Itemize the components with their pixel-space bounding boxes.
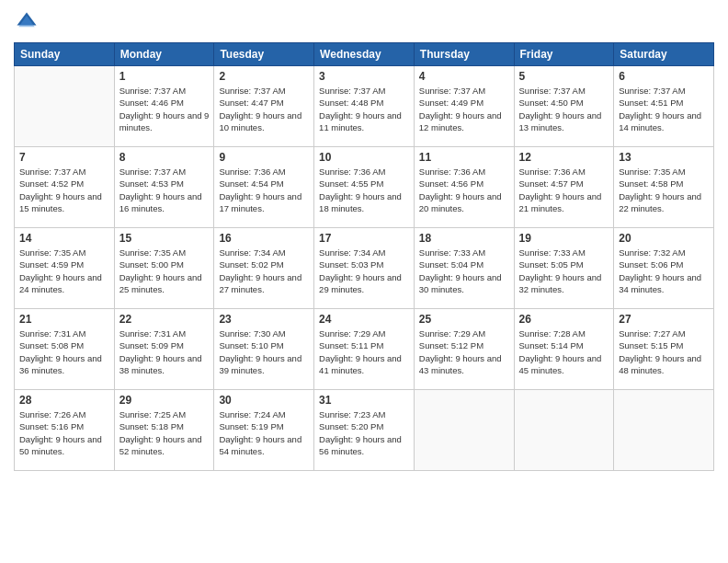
day-info: Sunrise: 7:30 AMSunset: 5:10 PMDaylight:… (219, 327, 309, 376)
day-info: Sunrise: 7:37 AMSunset: 4:53 PMDaylight:… (119, 166, 210, 214)
calendar-day-header: Saturday (614, 43, 714, 66)
day-info: Sunrise: 7:32 AMSunset: 5:06 PMDaylight:… (619, 247, 709, 295)
calendar-day-cell: 24 Sunrise: 7:29 AMSunset: 5:11 PMDaylig… (314, 309, 415, 390)
day-info: Sunrise: 7:25 AMSunset: 5:18 PMDaylight:… (119, 408, 210, 457)
calendar-day-cell: 5 Sunrise: 7:37 AMSunset: 4:50 PMDayligh… (514, 66, 614, 147)
day-info: Sunrise: 7:37 AMSunset: 4:49 PMDaylight:… (419, 85, 509, 133)
day-number: 12 (519, 151, 609, 164)
day-info: Sunrise: 7:35 AMSunset: 5:00 PMDaylight:… (119, 247, 210, 295)
day-info: Sunrise: 7:37 AMSunset: 4:50 PMDaylight:… (519, 85, 609, 133)
calendar-day-cell: 22 Sunrise: 7:31 AMSunset: 5:09 PMDaylig… (114, 309, 214, 390)
day-number: 11 (419, 151, 509, 164)
calendar-day-cell (15, 66, 115, 147)
calendar-table: SundayMondayTuesdayWednesdayThursdayFrid… (14, 42, 714, 471)
day-number: 5 (519, 70, 609, 83)
day-number: 18 (419, 232, 509, 245)
day-number: 30 (219, 394, 309, 407)
calendar-day-cell: 10 Sunrise: 7:36 AMSunset: 4:55 PMDaylig… (314, 147, 415, 228)
calendar-day-cell: 20 Sunrise: 7:32 AMSunset: 5:06 PMDaylig… (614, 228, 714, 309)
calendar-day-cell: 15 Sunrise: 7:35 AMSunset: 5:00 PMDaylig… (114, 228, 214, 309)
calendar-day-cell: 11 Sunrise: 7:36 AMSunset: 4:56 PMDaylig… (414, 147, 514, 228)
day-info: Sunrise: 7:24 AMSunset: 5:19 PMDaylight:… (219, 408, 309, 457)
calendar-day-header: Friday (514, 43, 614, 66)
calendar-day-cell: 26 Sunrise: 7:28 AMSunset: 5:14 PMDaylig… (514, 309, 614, 390)
calendar-day-cell: 14 Sunrise: 7:35 AMSunset: 4:59 PMDaylig… (15, 228, 115, 309)
calendar-week-row: 21 Sunrise: 7:31 AMSunset: 5:08 PMDaylig… (15, 309, 714, 390)
day-info: Sunrise: 7:31 AMSunset: 5:08 PMDaylight:… (19, 327, 109, 376)
day-info: Sunrise: 7:37 AMSunset: 4:51 PMDaylight:… (619, 85, 709, 133)
calendar-day-cell: 16 Sunrise: 7:34 AMSunset: 5:02 PMDaylig… (214, 228, 314, 309)
calendar-day-cell: 7 Sunrise: 7:37 AMSunset: 4:52 PMDayligh… (15, 147, 115, 228)
calendar-day-cell (614, 390, 714, 471)
day-number: 26 (519, 313, 609, 326)
day-info: Sunrise: 7:34 AMSunset: 5:02 PMDaylight:… (219, 247, 309, 295)
day-info: Sunrise: 7:37 AMSunset: 4:48 PMDaylight:… (319, 85, 409, 133)
calendar-day-cell: 31 Sunrise: 7:23 AMSunset: 5:20 PMDaylig… (314, 390, 415, 471)
page-container: SundayMondayTuesdayWednesdayThursdayFrid… (0, 0, 728, 563)
calendar-day-cell: 1 Sunrise: 7:37 AMSunset: 4:46 PMDayligh… (114, 66, 214, 147)
calendar-week-row: 14 Sunrise: 7:35 AMSunset: 4:59 PMDaylig… (15, 228, 714, 309)
day-info: Sunrise: 7:36 AMSunset: 4:55 PMDaylight:… (319, 166, 409, 214)
calendar-day-header: Tuesday (214, 43, 314, 66)
calendar-day-cell: 17 Sunrise: 7:34 AMSunset: 5:03 PMDaylig… (314, 228, 415, 309)
day-number: 21 (19, 313, 109, 326)
calendar-day-cell: 30 Sunrise: 7:24 AMSunset: 5:19 PMDaylig… (214, 390, 314, 471)
calendar-day-cell: 23 Sunrise: 7:30 AMSunset: 5:10 PMDaylig… (214, 309, 314, 390)
day-info: Sunrise: 7:29 AMSunset: 5:11 PMDaylight:… (319, 327, 409, 376)
day-number: 31 (319, 394, 409, 407)
calendar-day-cell: 6 Sunrise: 7:37 AMSunset: 4:51 PMDayligh… (614, 66, 714, 147)
calendar-header-row: SundayMondayTuesdayWednesdayThursdayFrid… (15, 43, 714, 66)
calendar-week-row: 1 Sunrise: 7:37 AMSunset: 4:46 PMDayligh… (15, 66, 714, 147)
calendar-day-cell: 28 Sunrise: 7:26 AMSunset: 5:16 PMDaylig… (15, 390, 115, 471)
day-number: 28 (19, 394, 109, 407)
calendar-week-row: 7 Sunrise: 7:37 AMSunset: 4:52 PMDayligh… (15, 147, 714, 228)
calendar-day-cell: 2 Sunrise: 7:37 AMSunset: 4:47 PMDayligh… (214, 66, 314, 147)
day-number: 9 (219, 151, 309, 164)
calendar-day-cell: 19 Sunrise: 7:33 AMSunset: 5:05 PMDaylig… (514, 228, 614, 309)
day-number: 14 (19, 232, 109, 245)
calendar-week-row: 28 Sunrise: 7:26 AMSunset: 5:16 PMDaylig… (15, 390, 714, 471)
calendar-day-header: Thursday (414, 43, 514, 66)
day-info: Sunrise: 7:36 AMSunset: 4:54 PMDaylight:… (219, 166, 309, 214)
day-info: Sunrise: 7:28 AMSunset: 5:14 PMDaylight:… (519, 327, 609, 376)
calendar-day-cell: 29 Sunrise: 7:25 AMSunset: 5:18 PMDaylig… (114, 390, 214, 471)
day-number: 17 (319, 232, 409, 245)
logo-icon (14, 9, 40, 35)
day-number: 15 (119, 232, 210, 245)
calendar-day-cell: 3 Sunrise: 7:37 AMSunset: 4:48 PMDayligh… (314, 66, 415, 147)
logo (14, 9, 43, 35)
calendar-day-cell: 8 Sunrise: 7:37 AMSunset: 4:53 PMDayligh… (114, 147, 214, 228)
day-number: 27 (619, 313, 709, 326)
day-number: 8 (119, 151, 210, 164)
day-info: Sunrise: 7:34 AMSunset: 5:03 PMDaylight:… (319, 247, 409, 295)
day-info: Sunrise: 7:36 AMSunset: 4:57 PMDaylight:… (519, 166, 609, 214)
calendar-day-cell (414, 390, 514, 471)
day-number: 10 (319, 151, 409, 164)
calendar-day-cell: 27 Sunrise: 7:27 AMSunset: 5:15 PMDaylig… (614, 309, 714, 390)
day-number: 25 (419, 313, 509, 326)
calendar-day-cell: 9 Sunrise: 7:36 AMSunset: 4:54 PMDayligh… (214, 147, 314, 228)
calendar-day-cell: 4 Sunrise: 7:37 AMSunset: 4:49 PMDayligh… (414, 66, 514, 147)
day-number: 20 (619, 232, 709, 245)
calendar-day-cell: 18 Sunrise: 7:33 AMSunset: 5:04 PMDaylig… (414, 228, 514, 309)
calendar-day-cell: 21 Sunrise: 7:31 AMSunset: 5:08 PMDaylig… (15, 309, 115, 390)
day-number: 24 (319, 313, 409, 326)
day-info: Sunrise: 7:31 AMSunset: 5:09 PMDaylight:… (119, 327, 210, 376)
day-number: 2 (219, 70, 309, 83)
calendar-day-cell: 12 Sunrise: 7:36 AMSunset: 4:57 PMDaylig… (514, 147, 614, 228)
day-info: Sunrise: 7:37 AMSunset: 4:47 PMDaylight:… (219, 85, 309, 133)
day-info: Sunrise: 7:33 AMSunset: 5:05 PMDaylight:… (519, 247, 609, 295)
day-number: 1 (119, 70, 210, 83)
day-info: Sunrise: 7:36 AMSunset: 4:56 PMDaylight:… (419, 166, 509, 214)
day-info: Sunrise: 7:27 AMSunset: 5:15 PMDaylight:… (619, 327, 709, 376)
day-info: Sunrise: 7:35 AMSunset: 4:59 PMDaylight:… (19, 247, 109, 295)
calendar-day-cell (514, 390, 614, 471)
day-info: Sunrise: 7:29 AMSunset: 5:12 PMDaylight:… (419, 327, 509, 376)
day-number: 16 (219, 232, 309, 245)
day-info: Sunrise: 7:23 AMSunset: 5:20 PMDaylight:… (319, 408, 409, 457)
day-info: Sunrise: 7:33 AMSunset: 5:04 PMDaylight:… (419, 247, 509, 295)
day-info: Sunrise: 7:37 AMSunset: 4:52 PMDaylight:… (19, 166, 109, 214)
day-number: 22 (119, 313, 210, 326)
day-number: 19 (519, 232, 609, 245)
calendar-day-header: Monday (114, 43, 214, 66)
